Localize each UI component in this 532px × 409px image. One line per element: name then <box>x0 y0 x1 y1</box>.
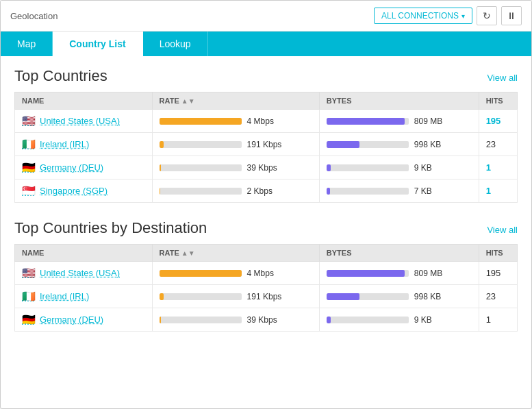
country-name-link[interactable]: 🇸🇬 Singapore (SGP) <box>22 184 145 197</box>
bytes-bar-fill <box>327 164 331 171</box>
tab-map[interactable]: Map <box>1 32 53 56</box>
bytes-cell: 9 KB <box>319 156 479 179</box>
bytes-bar-cell: 809 MB <box>327 269 472 278</box>
chevron-down-icon: ▾ <box>461 12 465 20</box>
top-countries-view-all[interactable]: View all <box>487 73 518 83</box>
rate-bar-cell: 191 Kbps <box>160 292 312 301</box>
rate-label: 2 Kbps <box>247 186 273 196</box>
col-name: NAME <box>15 92 153 110</box>
col-dest-bytes: BYTES <box>319 245 479 262</box>
top-countries-dest-header: Top Countries by Destination View all <box>14 219 518 237</box>
rate-label: 191 Kbps <box>247 140 282 149</box>
top-countries-header: Top Countries View all <box>14 67 518 85</box>
app-title: Geolocation <box>10 11 58 21</box>
rate-bar-fill <box>160 164 161 171</box>
country-name-link[interactable]: 🇮🇪 Ireland (IRL) <box>22 138 145 151</box>
rate-cell: 39 Kbps <box>152 156 319 179</box>
rate-bar-fill <box>160 317 161 323</box>
bytes-label: 809 MB <box>414 269 442 278</box>
country-name-link[interactable]: 🇩🇪 Germany (DEU) <box>22 313 145 326</box>
country-flag: 🇮🇪 <box>22 138 36 151</box>
hits-value: 195 <box>486 268 501 278</box>
top-countries-section: Top Countries View all NAME RATE ▲▼ BYTE… <box>14 67 518 203</box>
country-label: Ireland (IRL) <box>40 139 89 149</box>
bytes-cell: 9 KB <box>319 308 479 332</box>
top-countries-dest-view-all[interactable]: View all <box>487 225 518 235</box>
bytes-bar-fill <box>327 188 330 195</box>
rate-bar-track <box>160 188 242 195</box>
rate-label: 39 Kbps <box>247 163 277 173</box>
pause-icon: ⏸ <box>507 10 516 21</box>
rate-bar-cell: 39 Kbps <box>160 315 312 325</box>
refresh-button[interactable]: ↻ <box>477 6 497 25</box>
bytes-bar-cell: 7 KB <box>327 186 472 196</box>
bytes-bar-cell: 809 MB <box>327 116 472 126</box>
table-row: 🇮🇪 Ireland (IRL) 191 Kbps 998 KB 23 <box>15 133 518 156</box>
country-name-link[interactable]: 🇮🇪 Ireland (IRL) <box>22 290 145 303</box>
rate-label: 191 Kbps <box>247 292 282 301</box>
bytes-bar-fill <box>327 270 405 277</box>
name-cell: 🇮🇪 Ireland (IRL) <box>15 133 153 156</box>
bytes-bar-cell: 998 KB <box>327 140 472 149</box>
bytes-bar-fill <box>327 317 331 323</box>
rate-bar-cell: 191 Kbps <box>160 140 312 149</box>
hits-cell: 23 <box>479 285 517 308</box>
bytes-cell: 809 MB <box>319 262 479 285</box>
header-controls: ALL CONNECTIONS ▾ ↻ ⏸ <box>374 6 522 25</box>
bytes-label: 809 MB <box>414 116 442 126</box>
country-name-link[interactable]: 🇺🇸 United States (USA) <box>22 267 145 280</box>
col-dest-rate: RATE ▲▼ <box>152 245 319 262</box>
hits-cell: 195 <box>479 262 517 285</box>
connections-label: ALL CONNECTIONS <box>381 11 459 21</box>
top-countries-title: Top Countries <box>14 67 107 85</box>
rate-bar-fill <box>160 293 164 300</box>
rate-bar-track <box>160 118 242 125</box>
rate-bar-cell: 2 Kbps <box>160 186 312 196</box>
tab-country-list[interactable]: Country List <box>53 32 142 56</box>
country-label: United States (USA) <box>40 116 120 126</box>
bytes-cell: 998 KB <box>319 285 479 308</box>
table-row: 🇮🇪 Ireland (IRL) 191 Kbps 998 KB 23 <box>15 285 518 308</box>
country-name-link[interactable]: 🇩🇪 Germany (DEU) <box>22 161 145 174</box>
top-countries-dest-table: NAME RATE ▲▼ BYTES HITS 🇺🇸 United States… <box>14 244 518 332</box>
table-row: 🇺🇸 United States (USA) 4 Mbps 809 MB 195 <box>15 110 518 133</box>
connections-button[interactable]: ALL CONNECTIONS ▾ <box>374 8 472 24</box>
tab-lookup[interactable]: Lookup <box>143 32 208 56</box>
hits-cell: 23 <box>479 133 517 156</box>
hits-value: 1 <box>486 162 491 173</box>
rate-bar-fill <box>160 188 160 195</box>
bytes-label: 7 KB <box>414 186 432 196</box>
refresh-icon: ↻ <box>483 10 491 21</box>
name-cell: 🇺🇸 United States (USA) <box>15 110 153 133</box>
bytes-bar-track <box>327 317 409 323</box>
country-flag: 🇺🇸 <box>22 267 36 280</box>
table-dest-header-row: NAME RATE ▲▼ BYTES HITS <box>15 245 518 262</box>
rate-bar-track <box>160 270 242 277</box>
bytes-bar-track <box>327 270 409 277</box>
rate-bar-track <box>160 141 242 148</box>
name-cell: 🇮🇪 Ireland (IRL) <box>15 285 153 308</box>
rate-label: 39 Kbps <box>247 315 277 325</box>
rate-cell: 191 Kbps <box>152 285 319 308</box>
top-countries-table: NAME RATE ▲▼ BYTES HITS 🇺🇸 United States… <box>14 92 518 203</box>
pause-button[interactable]: ⏸ <box>501 6 522 25</box>
bytes-bar-fill <box>327 118 405 125</box>
rate-bar-track <box>160 164 242 171</box>
rate-bar-cell: 4 Mbps <box>160 116 312 126</box>
name-cell: 🇩🇪 Germany (DEU) <box>15 156 153 179</box>
col-dest-name: NAME <box>15 245 153 262</box>
col-bytes: BYTES <box>319 92 479 110</box>
hits-value: 1 <box>486 314 491 325</box>
rate-cell: 4 Mbps <box>152 262 319 285</box>
country-name-link[interactable]: 🇺🇸 United States (USA) <box>22 114 145 127</box>
col-rate: RATE ▲▼ <box>152 92 319 110</box>
rate-bar-fill <box>160 270 242 277</box>
rate-label: 4 Mbps <box>247 116 274 126</box>
hits-value: 195 <box>486 116 501 126</box>
rate-cell: 4 Mbps <box>152 110 319 133</box>
hits-value: 23 <box>486 139 496 149</box>
top-countries-dest-section: Top Countries by Destination View all NA… <box>14 219 518 332</box>
rate-bar-track <box>160 317 242 323</box>
table-header-row: NAME RATE ▲▼ BYTES HITS <box>15 92 518 110</box>
rate-cell: 191 Kbps <box>152 133 319 156</box>
